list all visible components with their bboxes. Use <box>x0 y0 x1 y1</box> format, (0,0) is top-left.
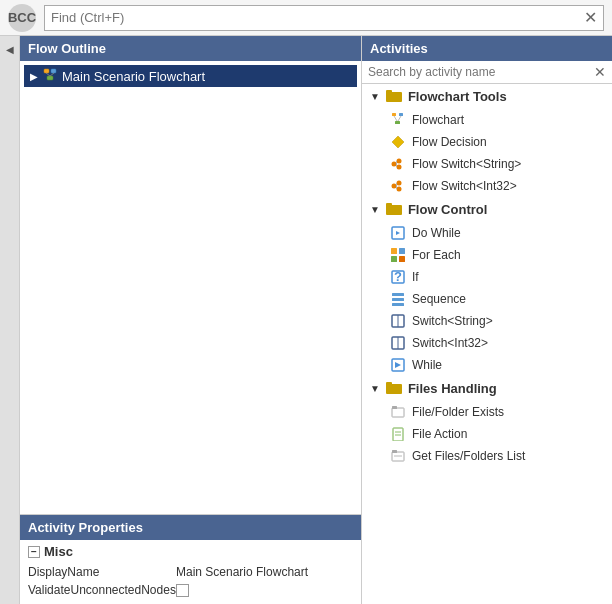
activities-search-input[interactable] <box>368 65 590 79</box>
prop-name-displayname: DisplayName <box>28 565 168 579</box>
activity-properties-section: Activity Properties − Misc DisplayName M… <box>20 514 361 604</box>
switch-string-icon <box>390 313 406 329</box>
activity-label-flowchart: Flowchart <box>412 113 464 127</box>
svg-rect-44 <box>393 428 403 441</box>
if-icon: ? <box>390 269 406 285</box>
misc-label: − Misc <box>28 544 353 559</box>
svg-rect-7 <box>392 113 396 116</box>
svg-rect-24 <box>386 203 392 207</box>
activity-item-get-files-folders-list[interactable]: Get Files/Folders List <box>362 445 612 467</box>
activity-item-if[interactable]: ? If <box>362 266 612 288</box>
svg-line-11 <box>398 116 401 121</box>
svg-rect-43 <box>392 406 397 409</box>
collapse-arrow-icon[interactable]: ◀ <box>6 44 14 55</box>
activity-label-flow-switch-string: Flow Switch<String> <box>412 157 521 171</box>
activity-label-get-files-folders-list: Get Files/Folders List <box>412 449 525 463</box>
flow-outline-body: ▶ Main Scena <box>20 61 361 514</box>
activity-label-flow-decision: Flow Decision <box>412 135 487 149</box>
svg-line-4 <box>50 73 54 76</box>
activities-header: Activities <box>362 36 612 61</box>
svg-rect-9 <box>395 121 400 124</box>
category-flowchart-tools[interactable]: ▼ Flowchart Tools <box>362 84 612 109</box>
collapse-bar: ◀ <box>0 36 20 604</box>
misc-collapse-button[interactable]: − <box>28 546 40 558</box>
find-search-box[interactable]: ✕ <box>44 5 604 31</box>
main-layout: ◀ Flow Outline ▶ <box>0 36 612 604</box>
svg-rect-27 <box>399 248 405 254</box>
svg-rect-0 <box>44 69 49 73</box>
activity-item-do-while[interactable]: Do While <box>362 222 612 244</box>
prop-row-validate: ValidateUnconnectedNodes <box>28 581 353 599</box>
svg-line-10 <box>394 116 397 121</box>
folder-icon <box>386 88 402 105</box>
activities-search-bar[interactable]: ✕ <box>362 61 612 84</box>
activity-item-file-action[interactable]: File Action <box>362 423 612 445</box>
folder-files-icon <box>386 380 402 397</box>
activity-label-flow-switch-int32: Flow Switch<Int32> <box>412 179 517 193</box>
svg-rect-32 <box>392 293 404 296</box>
prop-row-displayname: DisplayName Main Scenario Flowchart <box>28 563 353 581</box>
category-label-flowchart-tools: Flowchart Tools <box>408 89 507 104</box>
find-input[interactable] <box>51 10 584 25</box>
left-content: Flow Outline ▶ <box>20 36 361 604</box>
category-flow-control-arrow-icon: ▼ <box>370 204 380 215</box>
find-close-button[interactable]: ✕ <box>584 10 597 26</box>
prop-checkbox-validate[interactable] <box>176 584 189 597</box>
activity-label-switch-int32: Switch<Int32> <box>412 336 488 350</box>
svg-point-15 <box>397 165 402 170</box>
category-flow-control[interactable]: ▼ Flow Control <box>362 197 612 222</box>
activity-item-flow-decision[interactable]: Flow Decision <box>362 131 612 153</box>
svg-marker-12 <box>392 136 404 148</box>
activity-item-switch-int32[interactable]: Switch<Int32> <box>362 332 612 354</box>
bcc-logo: BCC <box>8 4 36 32</box>
svg-point-14 <box>397 159 402 164</box>
svg-rect-41 <box>386 382 392 386</box>
svg-rect-6 <box>386 90 392 94</box>
category-label-files-handling: Files Handling <box>408 381 497 396</box>
activity-label-file-action: File Action <box>412 427 467 441</box>
prop-name-validate: ValidateUnconnectedNodes <box>28 583 168 597</box>
get-files-folders-list-icon <box>390 448 406 464</box>
do-while-icon <box>390 225 406 241</box>
flow-outline-item[interactable]: ▶ Main Scena <box>24 65 357 87</box>
activity-item-sequence[interactable]: Sequence <box>362 288 612 310</box>
activity-label-while: While <box>412 358 442 372</box>
activity-item-file-folder-exists[interactable]: File/Folder Exists <box>362 401 612 423</box>
svg-rect-8 <box>399 113 403 116</box>
category-files-handling[interactable]: ▼ Files Handling <box>362 376 612 401</box>
folder-flow-control-icon <box>386 201 402 218</box>
flow-decision-icon <box>390 134 406 150</box>
category-label-flow-control: Flow Control <box>408 202 487 217</box>
while-icon <box>390 357 406 373</box>
svg-rect-26 <box>391 248 397 254</box>
flow-outline-item-label: Main Scenario Flowchart <box>62 69 205 84</box>
activity-item-while[interactable]: While <box>362 354 612 376</box>
activity-item-switch-string[interactable]: Switch<String> <box>362 310 612 332</box>
activities-search-close[interactable]: ✕ <box>594 64 606 80</box>
svg-rect-1 <box>51 69 56 73</box>
svg-point-20 <box>397 187 402 192</box>
activities-list: ▼ Flowchart Tools <box>362 84 612 604</box>
svg-rect-48 <box>392 450 397 453</box>
for-each-icon <box>390 247 406 263</box>
activity-item-for-each[interactable]: For Each <box>362 244 612 266</box>
svg-rect-42 <box>392 408 404 417</box>
file-folder-exists-icon <box>390 404 406 420</box>
activity-label-for-each: For Each <box>412 248 461 262</box>
svg-rect-29 <box>399 256 405 262</box>
activity-properties-header: Activity Properties <box>20 515 361 540</box>
activity-item-flow-switch-int32[interactable]: Flow Switch<Int32> <box>362 175 612 197</box>
activity-label-if: If <box>412 270 419 284</box>
left-inner: ◀ Flow Outline ▶ <box>0 36 361 604</box>
flow-item-expand-icon: ▶ <box>30 71 38 82</box>
activity-label-switch-string: Switch<String> <box>412 314 493 328</box>
flow-outline-section: Flow Outline ▶ <box>20 36 361 514</box>
svg-point-18 <box>392 184 397 189</box>
top-bar: BCC ✕ <box>0 0 612 36</box>
activity-item-flowchart[interactable]: Flowchart <box>362 109 612 131</box>
activity-item-flow-switch-string[interactable]: Flow Switch<String> <box>362 153 612 175</box>
activity-label-do-while: Do While <box>412 226 461 240</box>
activities-panel: Activities ✕ ▼ Flowchart Tools <box>362 36 612 604</box>
flow-outline-header: Flow Outline <box>20 36 361 61</box>
category-arrow-icon: ▼ <box>370 91 380 102</box>
